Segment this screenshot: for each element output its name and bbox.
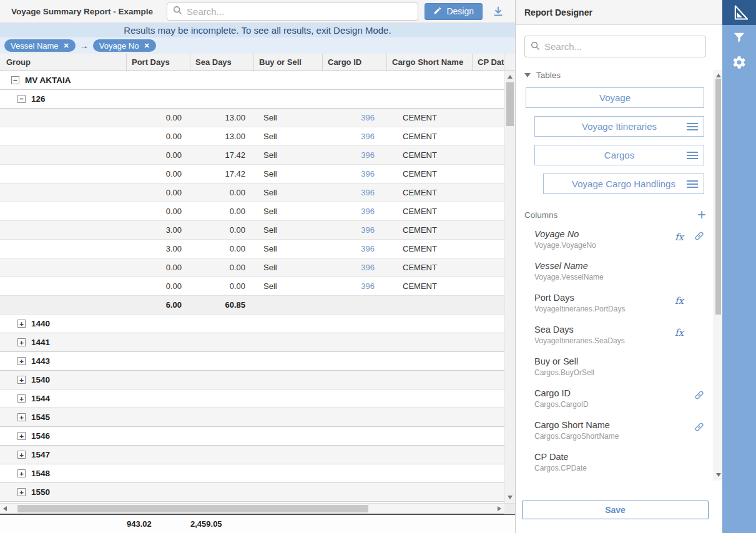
table-button-voyage-cargo-handlings[interactable]: Voyage Cargo Handlings (543, 174, 704, 194)
designer-search-box[interactable] (524, 36, 706, 57)
link-icon[interactable] (694, 421, 705, 434)
expand-group-icon[interactable]: + (17, 451, 26, 459)
table-button-voyage[interactable]: Voyage (526, 87, 704, 108)
table-row: 0.0013.00Sell396CEMENT (0, 127, 504, 146)
export-download-icon[interactable] (490, 3, 506, 19)
expand-group-icon[interactable]: + (17, 357, 26, 365)
column-header-buy_or_sell[interactable]: Buy or Sell (254, 54, 323, 71)
scroll-up-arrow-icon[interactable] (508, 75, 513, 79)
remove-chip-icon[interactable]: ✕ (64, 42, 69, 50)
side-toolbar (722, 0, 756, 533)
expand-group-icon[interactable]: + (17, 320, 26, 328)
scroll-left-arrow-icon[interactable] (3, 506, 7, 511)
panel-scrollbar-thumb[interactable] (715, 79, 721, 315)
collapsed-voyage-group-row: +1440 (0, 315, 504, 333)
cargo-id-link[interactable]: 396 (323, 109, 387, 127)
grouping-chip[interactable]: Vessel Name✕ (4, 39, 76, 52)
expand-group-icon[interactable]: + (17, 338, 26, 346)
scroll-right-arrow-icon[interactable] (498, 506, 501, 511)
column-item-buy-or-sell[interactable]: Buy or SellCargos.BuyOrSell (534, 354, 722, 386)
cargo-id-link[interactable]: 396 (323, 127, 387, 145)
design-button[interactable]: Design (425, 3, 483, 20)
column-header-sea_days[interactable]: Sea Days (190, 54, 254, 71)
column-header-cargo_short_name[interactable]: Cargo Short Name (387, 54, 473, 71)
save-button[interactable]: Save (522, 501, 709, 519)
vertical-scrollbar[interactable] (504, 71, 515, 503)
cargo-id-link[interactable]: 396 (323, 240, 387, 258)
panel-scrollbar[interactable] (714, 70, 722, 481)
table-button-voyage-itineraries[interactable]: Voyage Itineraries (534, 116, 704, 137)
scrollbar-corner (504, 504, 515, 514)
link-icon[interactable] (694, 230, 705, 243)
table-button-cargos[interactable]: Cargos (534, 145, 704, 165)
column-header-port_days[interactable]: Port Days (127, 54, 190, 71)
filter-icon[interactable] (722, 25, 756, 50)
cargo-id-link[interactable]: 396 (323, 165, 387, 183)
expand-group-icon[interactable]: + (17, 488, 26, 496)
port-days-cell: 0.00 (127, 277, 190, 295)
link-icon[interactable] (694, 389, 705, 403)
columns-section-header: Columns + (524, 209, 706, 220)
scroll-down-arrow-icon[interactable] (508, 496, 513, 499)
cargo-id-link[interactable]: 396 (323, 146, 387, 164)
expand-group-icon[interactable]: + (17, 394, 26, 403)
column-header-group[interactable]: Group (0, 54, 127, 71)
cargo-short-name-cell: CEMENT (387, 127, 473, 145)
buy-or-sell-cell: Sell (254, 183, 323, 202)
formula-fx-icon[interactable]: fx (675, 295, 684, 306)
column-item-port-days[interactable]: Port DaysVoyageItineraries.PortDaysfx (534, 290, 722, 322)
scroll-up-arrow-icon[interactable] (716, 74, 721, 77)
search-icon (531, 41, 540, 52)
column-item-voyage-no[interactable]: Voyage NoVoyage.VoyageNofx (534, 227, 722, 258)
expand-group-icon[interactable]: + (17, 432, 26, 440)
horizontal-scrollbar-thumb[interactable] (17, 505, 368, 512)
scroll-down-arrow-icon[interactable] (716, 473, 721, 477)
column-item-vessel-name[interactable]: Vessel NameVoyage.VesselName (534, 258, 722, 290)
remove-chip-icon[interactable]: ✕ (144, 42, 149, 50)
buy-or-sell-cell: Sell (254, 240, 323, 258)
panel-title: Report Designer (516, 0, 722, 25)
group-cell (0, 146, 127, 164)
column-header-cargo_id[interactable]: Cargo ID (323, 54, 387, 71)
grouping-chip[interactable]: Voyage No✕ (93, 39, 156, 52)
report-search-input[interactable] (187, 6, 412, 17)
collapsed-group-label: 1550 (31, 487, 50, 497)
cargo-id-link[interactable]: 396 (323, 202, 387, 220)
tables-section-header[interactable]: Tables (524, 71, 722, 80)
collapse-group-icon[interactable]: − (11, 76, 19, 84)
table-row: 3.000.00Sell396CEMENT (0, 240, 504, 258)
formula-fx-icon[interactable]: fx (675, 232, 684, 243)
column-item-cp-date[interactable]: CP DateCargos.CPDate (534, 449, 722, 481)
cargo-id-link[interactable]: 396 (323, 183, 387, 202)
cp-date-cell (473, 165, 504, 183)
drag-handle-icon[interactable] (687, 152, 698, 159)
column-item-sea-days[interactable]: Sea DaysVoyageItineraries.SeaDaysfx (534, 322, 722, 354)
sea-days-cell: 0.00 (190, 221, 254, 239)
design-tool-icon[interactable] (722, 0, 756, 25)
report-search-box[interactable] (167, 2, 418, 21)
vertical-scrollbar-thumb[interactable] (506, 82, 514, 126)
column-item-cargo-id[interactable]: Cargo IDCargos.CargoID (534, 386, 722, 418)
formula-fx-icon[interactable]: fx (675, 327, 684, 338)
add-column-icon[interactable]: + (697, 209, 706, 220)
cargo-id-link[interactable]: 396 (323, 258, 387, 276)
collapse-group-icon[interactable]: − (17, 95, 26, 103)
horizontal-scrollbar[interactable] (0, 503, 515, 514)
group-cell (0, 277, 127, 295)
expand-group-icon[interactable]: + (17, 376, 26, 384)
grouping-arrow-icon: → (80, 41, 89, 51)
expand-group-icon[interactable]: + (17, 413, 26, 421)
expand-group-icon[interactable]: + (17, 469, 26, 477)
column-header-cp_date[interactable]: CP Date (473, 54, 504, 71)
column-item-cargo-short-name[interactable]: Cargo Short NameCargos.CargoShortName (534, 418, 722, 449)
drag-handle-icon[interactable] (687, 180, 698, 188)
port-days-total: 943.02 (127, 519, 190, 529)
cargo-id-link[interactable]: 396 (323, 221, 387, 239)
cargo-id-link[interactable]: 396 (323, 277, 387, 295)
settings-gear-icon[interactable] (722, 50, 756, 75)
table-row: 0.0013.00Sell396CEMENT (0, 109, 504, 127)
designer-search-input[interactable] (544, 41, 700, 52)
drag-handle-icon[interactable] (687, 123, 698, 130)
voyage-group-label: 126 (31, 94, 46, 104)
collapsed-voyage-group-row: +1441 (0, 333, 504, 352)
